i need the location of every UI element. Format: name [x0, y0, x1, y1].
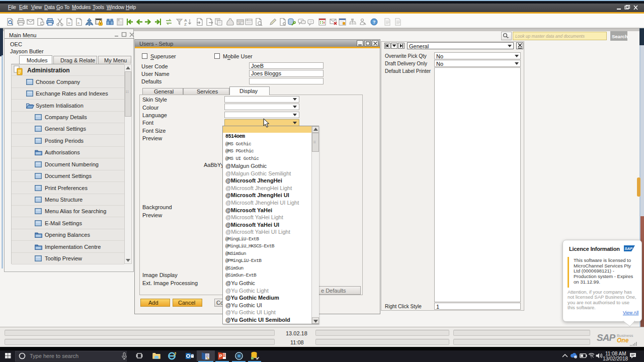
svg-text:M: M	[238, 22, 241, 25]
svg-text:Z: Z	[184, 22, 187, 26]
svg-text:?: ?	[373, 20, 376, 25]
svg-text:P: P	[219, 353, 222, 358]
svg-text:a: a	[77, 21, 79, 25]
svg-text:✓: ✓	[575, 355, 577, 358]
svg-text:SAP: SAP	[625, 246, 633, 251]
svg-text:w: w	[67, 21, 71, 25]
